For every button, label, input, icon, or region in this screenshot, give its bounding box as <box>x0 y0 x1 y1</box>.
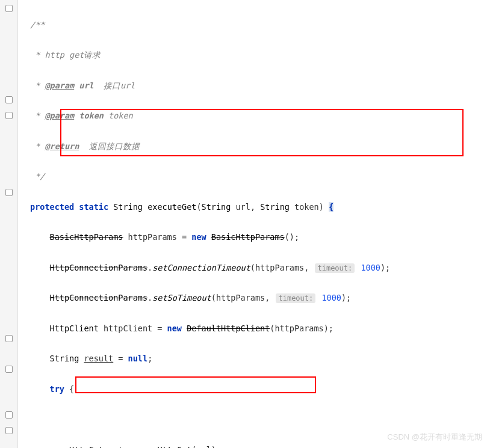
doc-close: */ <box>30 171 45 181</box>
doc-param-name: url <box>79 81 93 90</box>
var: httpParams <box>128 232 177 242</box>
var: result <box>84 354 113 363</box>
fold-marker[interactable] <box>5 96 13 103</box>
type: String <box>50 354 79 363</box>
param-type: String <box>202 202 231 212</box>
method-name: executeGet <box>147 202 196 212</box>
fold-marker[interactable] <box>5 366 13 373</box>
kw-null: null <box>128 354 148 363</box>
return-type: String <box>113 202 143 212</box>
fold-marker[interactable] <box>5 189 13 196</box>
var: get <box>108 445 123 448</box>
doc-text: 请求 <box>84 50 101 60</box>
doc-param-desc: 接口url <box>104 81 135 90</box>
deprecated-class: HttpConnectionParams <box>50 263 148 272</box>
param: token <box>294 202 319 212</box>
kw-try: try <box>50 384 64 394</box>
ctor: HttpGet <box>157 445 191 448</box>
doc-tag: @return <box>45 141 79 151</box>
gutter <box>0 0 18 448</box>
kw-protected: protected <box>30 202 74 212</box>
arg: httpParams <box>275 324 323 333</box>
watermark: CSDN @花开有时重逢无期 <box>387 430 482 444</box>
type: HttpGet <box>69 445 104 448</box>
brace: { <box>329 202 333 212</box>
fold-marker[interactable] <box>5 112 13 119</box>
param-hint: timeout: <box>315 263 355 273</box>
kw-new: new <box>191 232 206 242</box>
arg: url <box>196 445 211 448</box>
param-type: String <box>260 202 290 212</box>
deprecated-class: BasicHttpParams <box>50 232 123 242</box>
deprecated-ctor: DefaultHttpClient <box>187 324 270 333</box>
doc-return-desc: 返回接口数据 <box>89 141 140 151</box>
doc-tag: @param <box>45 81 74 90</box>
number-literal: 1000 <box>361 263 380 272</box>
arg: httpParams <box>255 263 304 272</box>
doc-param-name: token <box>79 111 104 120</box>
method-call: setSoTimeout <box>152 293 211 302</box>
kw-new: new <box>167 324 182 333</box>
deprecated-class: HttpConnectionParams <box>50 293 148 302</box>
arg: httpParams <box>216 293 265 302</box>
code-editor: /** * http get请求 * @param url 接口url * @p… <box>0 0 487 448</box>
fold-marker[interactable] <box>5 5 13 12</box>
code-content[interactable]: /** * http get请求 * @param url 接口url * @p… <box>18 0 487 448</box>
param: url <box>235 202 250 212</box>
doc-open: /** <box>30 20 45 29</box>
param-hint: timeout: <box>276 293 315 303</box>
var: httpClient <box>104 324 152 333</box>
deprecated-ctor: BasicHttpParams <box>211 232 285 242</box>
fold-marker[interactable] <box>5 411 13 419</box>
doc-tag: @param <box>45 111 74 120</box>
kw-new: new <box>138 445 152 448</box>
type: HttpClient <box>50 324 99 333</box>
number-literal: 1000 <box>321 293 341 302</box>
doc-param-desc: token <box>108 111 133 120</box>
method-call: setConnectionTimeout <box>152 263 250 272</box>
kw-static: static <box>79 202 108 212</box>
fold-marker[interactable] <box>5 427 13 434</box>
doc-text: * http get <box>30 50 84 60</box>
fold-marker[interactable] <box>5 335 13 342</box>
